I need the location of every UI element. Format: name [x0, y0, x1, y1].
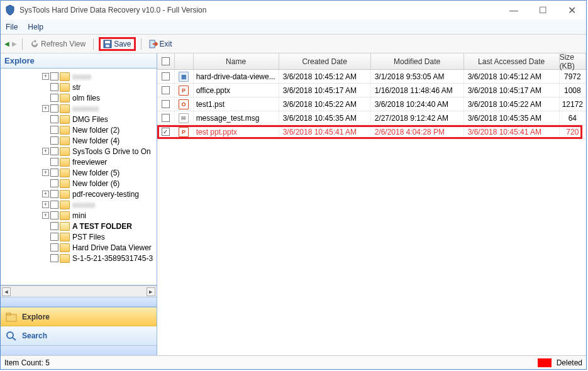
- tree-checkbox[interactable]: [50, 158, 58, 166]
- row-accessed: 3/6/2018 10:45:22 AM: [464, 97, 560, 111]
- tree-checkbox[interactable]: [50, 201, 58, 209]
- folder-icon: [60, 190, 70, 199]
- col-modified[interactable]: Modified Date: [371, 53, 464, 69]
- col-name[interactable]: Name: [194, 53, 279, 69]
- tree-item[interactable]: S-1-5-21-3589531745-3: [3, 253, 157, 263]
- file-row[interactable]: ✉message_test.msg3/6/2018 10:45:35 AM2/2…: [157, 111, 586, 125]
- svg-rect-2: [106, 45, 109, 47]
- row-accessed: 3/6/2018 10:45:17 AM: [464, 84, 560, 97]
- expander-icon[interactable]: +: [42, 212, 49, 219]
- tree-item[interactable]: freeviewer: [3, 157, 157, 167]
- expander-icon[interactable]: +: [42, 148, 49, 155]
- expander-icon[interactable]: +: [42, 73, 49, 80]
- row-check-cell[interactable]: [157, 111, 175, 125]
- tab-search[interactable]: Search: [1, 326, 157, 345]
- scroll-right-icon[interactable]: ►: [147, 287, 155, 296]
- tree-item[interactable]: DMG Files: [3, 114, 157, 125]
- folder-tree: +xxxxxstrolm files+xxxxxxxDMG FilesNew f…: [1, 69, 157, 266]
- row-check-cell[interactable]: [157, 84, 175, 97]
- row-check-cell[interactable]: [157, 125, 175, 138]
- expander-icon[interactable]: +: [42, 201, 49, 208]
- menu-file[interactable]: File: [6, 23, 18, 31]
- select-all-checkbox[interactable]: [162, 57, 170, 65]
- tree-item[interactable]: New folder (4): [3, 135, 157, 146]
- app-icon: [4, 4, 16, 16]
- row-accessed: 3/6/2018 10:45:35 AM: [464, 111, 560, 125]
- minimize-button[interactable]: —: [499, 1, 528, 19]
- tree-checkbox[interactable]: [50, 126, 58, 134]
- tree-checkbox[interactable]: [50, 104, 58, 113]
- tree-item[interactable]: +SysTools G Drive to On: [3, 146, 157, 157]
- maximize-button[interactable]: ☐: [528, 1, 557, 19]
- tree-item[interactable]: +New folder (5): [3, 167, 157, 178]
- col-check[interactable]: [157, 53, 175, 69]
- tree-checkbox[interactable]: [50, 190, 58, 198]
- refresh-button[interactable]: Refresh View: [28, 38, 88, 50]
- tree-checkbox[interactable]: [50, 243, 58, 252]
- exit-button[interactable]: Exit: [147, 38, 175, 50]
- tree-item[interactable]: +pdf-recovery-testing: [3, 189, 157, 199]
- tree-checkbox[interactable]: [50, 136, 58, 145]
- expander-icon: [42, 233, 49, 240]
- file-list-body[interactable]: ▦hard-drive-data-viewe...3/6/2018 10:45:…: [157, 70, 586, 355]
- file-row[interactable]: Ptest ppt.pptx3/6/2018 10:45:41 AM2/6/20…: [157, 125, 586, 139]
- tree-checkbox[interactable]: [50, 233, 58, 241]
- tree-checkbox[interactable]: [50, 179, 58, 187]
- tree-checkbox[interactable]: [50, 72, 58, 80]
- folder-icon: [60, 211, 70, 220]
- tree-item[interactable]: A TEST FOLDER: [3, 221, 157, 231]
- tree-checkbox[interactable]: [50, 254, 58, 262]
- tree-item[interactable]: +xxxxxxx: [3, 103, 157, 114]
- tree-checkbox[interactable]: [50, 222, 58, 230]
- refresh-label: Refresh View: [41, 40, 86, 48]
- close-button[interactable]: ✕: [557, 1, 586, 19]
- expander-icon[interactable]: +: [42, 191, 49, 197]
- row-checkbox[interactable]: [162, 86, 170, 94]
- tree-item[interactable]: str: [3, 82, 157, 92]
- tree-checkbox[interactable]: [50, 83, 58, 91]
- tree-checkbox[interactable]: [50, 94, 58, 102]
- tree-label: pdf-recovery-testing: [71, 190, 139, 199]
- row-modified: 2/27/2018 9:12:42 AM: [371, 111, 464, 125]
- tree-item[interactable]: PST Files: [3, 231, 157, 242]
- file-row[interactable]: Poffice.pptx3/6/2018 10:45:17 AM1/16/201…: [157, 84, 586, 97]
- tree-checkbox[interactable]: [50, 147, 58, 155]
- tree-label: A TEST FOLDER: [71, 222, 132, 231]
- nav-forward-icon[interactable]: ▶: [12, 40, 17, 47]
- row-checkbox[interactable]: [162, 72, 170, 80]
- col-created[interactable]: Created Date: [279, 53, 371, 69]
- col-size[interactable]: Size (KB): [560, 53, 586, 69]
- tree-item[interactable]: Hard Drive Data Viewer: [3, 242, 157, 253]
- tree-item[interactable]: New folder (6): [3, 178, 157, 189]
- folder-icon: [60, 104, 70, 113]
- tab-explore[interactable]: Explore: [1, 307, 157, 326]
- menu-help[interactable]: Help: [28, 23, 43, 31]
- tree-checkbox[interactable]: [50, 169, 58, 177]
- tree-item[interactable]: +xxxxx: [3, 71, 157, 82]
- row-check-cell[interactable]: [157, 70, 175, 83]
- tree-label: DMG Files: [71, 115, 108, 124]
- row-icon-cell: P: [175, 125, 194, 138]
- row-checkbox[interactable]: [162, 128, 170, 136]
- tree-hscroll[interactable]: ◄ ►: [1, 285, 157, 297]
- save-button[interactable]: Save: [99, 37, 135, 51]
- tree-checkbox[interactable]: [50, 211, 58, 219]
- row-checkbox[interactable]: [162, 100, 170, 108]
- tree-checkbox[interactable]: [50, 115, 58, 123]
- row-accessed: 3/6/2018 10:45:41 AM: [464, 125, 560, 138]
- expander-icon[interactable]: +: [42, 169, 49, 176]
- row-check-cell[interactable]: [157, 97, 175, 111]
- col-accessed[interactable]: Last Accessed Date: [464, 53, 560, 69]
- scroll-left-icon[interactable]: ◄: [2, 287, 11, 296]
- file-row[interactable]: ▦hard-drive-data-viewe...3/6/2018 10:45:…: [157, 70, 586, 84]
- row-checkbox[interactable]: [162, 114, 170, 122]
- nav-back-icon[interactable]: ◀: [4, 40, 9, 47]
- file-row[interactable]: Otest1.pst3/6/2018 10:45:22 AM3/6/2018 1…: [157, 97, 586, 111]
- tree-item[interactable]: +mini: [3, 210, 157, 221]
- expander-icon[interactable]: +: [42, 105, 49, 112]
- tree-item[interactable]: olm files: [3, 92, 157, 103]
- tree-item[interactable]: New folder (2): [3, 125, 157, 135]
- tree-item[interactable]: +xxxxxx: [3, 199, 157, 210]
- tree-scroll[interactable]: +xxxxxstrolm files+xxxxxxxDMG FilesNew f…: [1, 69, 157, 285]
- status-legend: Deleted: [538, 358, 582, 367]
